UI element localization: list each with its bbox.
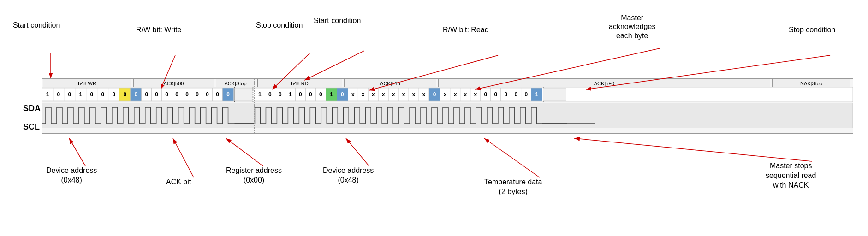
- section-ackstop1: ACK|Stop: [216, 79, 255, 88]
- svg-text:1: 1: [46, 91, 49, 98]
- sda-waveform: 1 0 0 1 0 0 0: [42, 87, 853, 102]
- svg-line-112: [346, 138, 369, 166]
- svg-text:0: 0: [299, 91, 302, 98]
- label-start-condition-2: Start condition: [314, 16, 361, 25]
- svg-text:0: 0: [112, 91, 115, 98]
- svg-text:1: 1: [79, 91, 83, 98]
- label-stop-condition-1: Stop condition: [256, 21, 303, 30]
- divider-4: [344, 79, 344, 133]
- svg-line-113: [484, 138, 540, 177]
- svg-text:0: 0: [185, 91, 189, 98]
- svg-text:x: x: [402, 91, 405, 98]
- svg-text:x: x: [351, 91, 355, 98]
- svg-text:0: 0: [175, 91, 178, 98]
- svg-text:1: 1: [535, 91, 538, 98]
- svg-text:1: 1: [289, 91, 292, 98]
- svg-rect-38: [235, 88, 253, 101]
- svg-text:x: x: [474, 91, 477, 98]
- svg-text:0: 0: [206, 91, 209, 98]
- svg-text:x: x: [444, 91, 447, 98]
- svg-text:x: x: [372, 91, 375, 98]
- svg-text:0: 0: [196, 91, 199, 98]
- svg-text:0: 0: [505, 91, 508, 98]
- scl-waveform: [42, 103, 853, 128]
- label-start-condition-1: Start condition: [13, 21, 60, 30]
- svg-text:0: 0: [494, 91, 498, 98]
- svg-line-114: [574, 138, 812, 161]
- label-master-stops: Master stopssequential readwith NACK: [766, 161, 816, 190]
- svg-text:1: 1: [330, 91, 333, 98]
- divider-3: [254, 79, 255, 133]
- svg-text:0: 0: [68, 91, 71, 98]
- svg-line-111: [226, 138, 263, 166]
- svg-text:0: 0: [216, 91, 219, 98]
- svg-line-110: [173, 138, 194, 177]
- label-rw-write: R/W bit: Write: [136, 25, 181, 34]
- label-master-ack: Masteracknowledgeseach byte: [609, 5, 655, 40]
- svg-text:x: x: [382, 91, 385, 98]
- label-stop-condition-2: Stop condition: [789, 25, 835, 34]
- section-ackh00: ACK|h00: [133, 79, 214, 88]
- svg-text:0: 0: [433, 91, 436, 98]
- svg-text:x: x: [412, 91, 416, 98]
- svg-text:0: 0: [484, 91, 488, 98]
- svg-text:0: 0: [226, 91, 230, 98]
- svg-text:0: 0: [145, 91, 148, 98]
- svg-text:1: 1: [258, 91, 262, 98]
- svg-text:0: 0: [123, 91, 126, 98]
- label-ack-bit: ACK bit: [166, 177, 191, 187]
- section-h48wr: h48 WR: [43, 79, 131, 88]
- svg-text:0: 0: [319, 91, 322, 98]
- svg-text:0: 0: [165, 91, 168, 98]
- svg-rect-97: [543, 88, 566, 101]
- svg-text:0: 0: [155, 91, 158, 98]
- waveform-area: h48 WR ACK|h00 ACK|Stop h48 RD ACK|h15 A…: [42, 78, 853, 134]
- svg-line-105: [304, 51, 364, 80]
- svg-text:0: 0: [309, 91, 312, 98]
- svg-text:0: 0: [101, 91, 105, 98]
- section-ackh15: ACK|h15: [344, 79, 436, 88]
- label-device-addr-1: Device address(0x48): [46, 166, 97, 185]
- svg-line-109: [69, 138, 85, 166]
- divider-5: [438, 79, 438, 133]
- svg-text:0: 0: [524, 91, 528, 98]
- svg-text:0: 0: [90, 91, 94, 98]
- section-h48rd: h48 RD: [257, 79, 342, 88]
- label-rw-read: R/W bit: Read: [443, 25, 489, 34]
- divider-2: [234, 79, 234, 133]
- svg-text:x: x: [422, 91, 426, 98]
- svg-text:0: 0: [514, 91, 517, 98]
- sda-label: SDA: [23, 104, 41, 113]
- label-device-addr-2: Device address(0x48): [323, 166, 374, 185]
- svg-text:x: x: [454, 91, 457, 98]
- svg-text:x: x: [464, 91, 467, 98]
- diagram-container: Start condition R/W bit: Write Stop cond…: [0, 0, 868, 236]
- divider-1: [131, 79, 131, 133]
- svg-text:0: 0: [279, 91, 282, 98]
- svg-rect-98: [42, 103, 853, 128]
- scl-label: SCL: [23, 122, 40, 132]
- section-nakstop: NAK|Stop: [772, 79, 850, 88]
- label-temp-data: Temperature data(2 bytes): [484, 177, 542, 197]
- divider-6: [543, 79, 543, 133]
- section-ackh f0: ACK|hF0: [438, 79, 770, 88]
- svg-text:x: x: [392, 91, 395, 98]
- svg-text:0: 0: [57, 91, 60, 98]
- label-register-addr: Register address(0x00): [226, 166, 282, 185]
- svg-text:0: 0: [134, 91, 137, 98]
- svg-text:x: x: [362, 91, 365, 98]
- svg-text:0: 0: [268, 91, 272, 98]
